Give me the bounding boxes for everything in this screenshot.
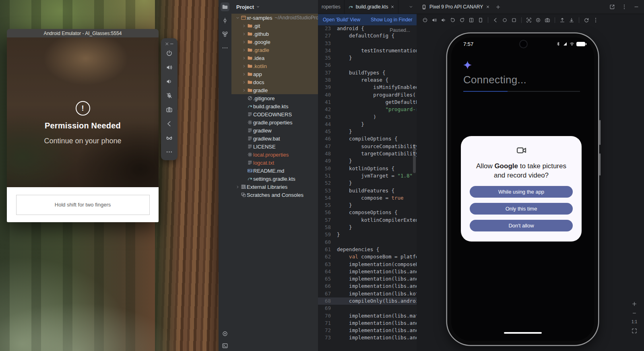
tree-item-gradle[interactable]: gradle (231, 86, 318, 94)
terminal-icon[interactable] (222, 343, 228, 349)
code-line-63[interactable]: 63 implementation(composeBo (318, 261, 417, 268)
screenshot-icon[interactable] (526, 17, 532, 23)
restart-icon[interactable] (584, 17, 589, 23)
code-line-53[interactable]: 53 buildFeatures { (318, 187, 417, 194)
tab-gradle-properties[interactable]: roperties (318, 0, 345, 14)
tree-item--github[interactable]: .github (231, 30, 318, 38)
zoom-level-label[interactable]: 1:1 (632, 320, 637, 324)
code-line-50[interactable]: 50 kotlinOptions { (318, 165, 417, 172)
code-line-33[interactable]: 33 (318, 40, 417, 47)
permission-button-0[interactable]: While using the app (470, 186, 573, 198)
emulator-close-icon[interactable] (165, 41, 169, 46)
tab-close-icon[interactable] (390, 5, 394, 9)
tree-item-settings-gradle-kts[interactable]: settings.gradle.kts (231, 175, 318, 183)
code-line-41[interactable]: 41 getDefaultPr (318, 99, 417, 106)
emulator-title-bar[interactable]: Android Emulator - AI_Glasses:5554 (7, 29, 159, 37)
mic-off-icon[interactable] (166, 92, 173, 99)
tree-item-codeowners[interactable]: CODEOWNERS (231, 110, 318, 118)
permission-button-2[interactable]: Don't allow (470, 220, 573, 231)
code-line-47[interactable]: 47 sourceCompatibility (318, 143, 417, 150)
chevron-right-icon[interactable] (241, 48, 247, 52)
code-line-58[interactable]: 58 } (318, 224, 417, 231)
project-panel-header[interactable]: Project (231, 0, 318, 14)
rotate-right-icon[interactable] (459, 17, 465, 23)
tree-item-xr-samples[interactable]: xr-samples~/AndroidStudioProje (231, 14, 318, 22)
problems-icon[interactable] (222, 330, 228, 337)
tree-item--idea[interactable]: .idea (231, 54, 318, 62)
code-line-72[interactable]: 72 implementation(libs.andr (318, 327, 417, 334)
phone-screen[interactable]: 7:57 (451, 37, 594, 341)
tab-build-gradle-kts[interactable]: build.gradle.kts (345, 0, 399, 14)
chevron-right-icon[interactable] (241, 64, 247, 68)
device-power-icon[interactable] (422, 17, 428, 23)
code-line-65[interactable]: 65 implementation(libs.andr (318, 275, 417, 283)
device-volume-down-icon[interactable] (441, 17, 446, 23)
structure-icon[interactable] (222, 31, 228, 37)
tree-item-external-libraries[interactable]: External Libraries (231, 183, 318, 191)
emulator-screen[interactable]: ! Permission Needed Continue on your pho… (7, 37, 159, 187)
tree-item--git[interactable]: .git (231, 22, 318, 30)
code-line-62[interactable]: 62 val composeBom = platfor (318, 253, 417, 260)
tree-item-license[interactable]: LICENSE (231, 142, 318, 151)
code-line-35[interactable]: 35 } (318, 54, 417, 62)
permission-button-1[interactable]: Only this time (470, 203, 573, 215)
zoom-in-icon[interactable] (632, 301, 637, 307)
code-line-44[interactable]: 44 } (318, 121, 417, 128)
back-icon[interactable] (166, 120, 173, 127)
nav-back-icon[interactable] (493, 17, 498, 23)
code-line-36[interactable]: 36 (318, 62, 417, 69)
code-line-48[interactable]: 48 targetCompatibility (318, 150, 417, 157)
code-line-27[interactable]: 27 defaultConfig { (318, 32, 417, 39)
chevron-down-icon[interactable] (256, 5, 260, 9)
tree-item--kotlin[interactable]: .kotlin (231, 62, 318, 70)
code-line-34[interactable]: 34 testInstrumentationR (318, 47, 417, 54)
code-line-49[interactable]: 49 } (318, 157, 417, 165)
code-line-45[interactable]: 45 } (318, 128, 417, 135)
tree-item-readme-md[interactable]: README.md (231, 167, 318, 175)
device-more-icon[interactable] (593, 17, 599, 23)
code-line-59[interactable]: 59} (318, 231, 417, 238)
code-line-71[interactable]: 71 implementation(libs.andr (318, 320, 417, 327)
tree-item-gradlew[interactable]: gradlew (231, 126, 318, 134)
open-build-view-link[interactable]: Open 'Build' View (323, 17, 360, 23)
code-line-23[interactable]: 23android { (318, 25, 417, 32)
code-line-64[interactable]: 64 implementation(libs.andr (318, 268, 417, 275)
tree-item-logcat-txt[interactable]: logcat.txt (231, 159, 318, 167)
volume-down-icon[interactable] (166, 78, 173, 85)
tree-item-build-gradle-kts[interactable]: build.gradle.kts (231, 102, 318, 110)
more-icon[interactable] (166, 149, 173, 155)
tree-item-app[interactable]: app (231, 70, 318, 78)
home-indicator[interactable] (504, 332, 542, 334)
code-line-61[interactable]: 61dependencies { (318, 246, 417, 253)
code-line-46[interactable]: 46 compileOptions { (318, 135, 417, 142)
commit-icon[interactable] (222, 17, 228, 24)
code-line-38[interactable]: 38 release { (318, 76, 417, 84)
device-volume-up-icon[interactable] (431, 17, 437, 23)
chevron-right-icon[interactable] (241, 32, 247, 36)
fit-screen-icon[interactable] (632, 328, 637, 334)
emulator-minimize-icon[interactable] (169, 41, 174, 46)
hidden-tabs-icon[interactable] (405, 4, 417, 9)
volume-up-icon[interactable] (166, 64, 173, 71)
code-line-66[interactable]: 66 implementation(libs.andr (318, 283, 417, 290)
upload-icon[interactable] (559, 17, 565, 23)
code-line-67[interactable]: 67 implementation(libs.kotl (318, 290, 417, 297)
tree-item--gitignore[interactable]: .gitignore (231, 94, 318, 102)
code-line-52[interactable]: 52 } (318, 180, 417, 187)
more-tool-windows-icon[interactable] (222, 45, 228, 51)
chevron-right-icon[interactable] (241, 56, 247, 60)
new-device-tab-icon[interactable] (495, 4, 501, 10)
nav-overview-icon[interactable] (511, 17, 517, 23)
screen-record-icon[interactable] (535, 17, 541, 23)
code-line-54[interactable]: 54 compose = true (318, 194, 417, 202)
camera-icon[interactable] (166, 106, 173, 113)
download-icon[interactable] (569, 17, 574, 23)
fold-device-icon[interactable] (469, 17, 474, 23)
tree-item-scratches-and-consoles[interactable]: Scratches and Consoles (231, 191, 318, 199)
code-line-51[interactable]: 51 jvmTarget = "1.8" (318, 172, 417, 180)
code-line-73[interactable]: 73 implementation(libs.andr (318, 334, 417, 341)
device-tab[interactable]: Pixel 9 Pro API CANARY (421, 4, 490, 10)
editor-scrollbar[interactable] (413, 144, 416, 173)
code-line-69[interactable]: 69 (318, 305, 417, 312)
open-in-window-icon[interactable] (609, 4, 615, 10)
